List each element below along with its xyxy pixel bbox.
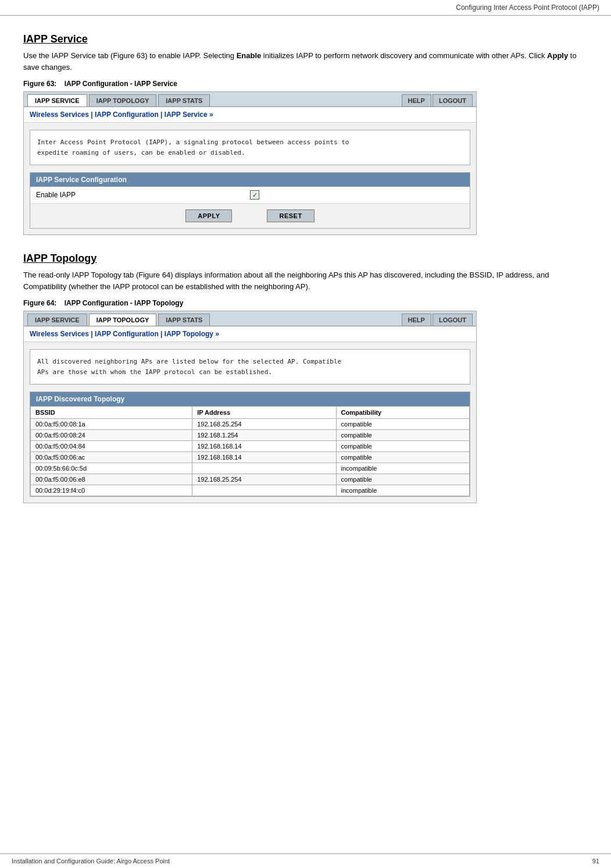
tab-iapp-service-2[interactable]: IAPP SERVICE	[27, 314, 87, 326]
cell-bssid: 00:0a:f5:00:08:1a	[31, 419, 192, 430]
logout-button-1[interactable]: LOGOUT	[433, 94, 473, 106]
col-compat: Compatibility	[336, 407, 469, 419]
cell-ip	[192, 485, 336, 496]
tab-iapp-stats-2[interactable]: IAPP STATS	[158, 314, 210, 326]
col-ip: IP Address	[192, 407, 336, 419]
iapp-topology-title: IAPP Topology	[23, 252, 588, 265]
tab-bar-right-2: HELP LOGOUT	[402, 314, 473, 326]
config-header-service: IAPP Service Configuration	[30, 173, 470, 187]
tab-bar-topology: IAPP SERVICE IAPP TOPOLOGY IAPP STATS HE…	[24, 311, 476, 326]
main-content: IAPP Service Use the IAPP Service tab (F…	[0, 16, 611, 544]
cell-compat: compatible	[336, 452, 469, 463]
info-box-topology: All discovered neighboring APs are liste…	[30, 349, 470, 385]
config-header-topology-label: IAPP Discovered Topology	[36, 395, 124, 403]
tab-iapp-service-1[interactable]: IAPP SERVICE	[27, 94, 87, 106]
cell-bssid: 00:0a:f5:00:06:ac	[31, 452, 192, 463]
service-button-row: APPLY RESET	[30, 204, 470, 228]
cell-bssid: 00:0a:f5:00:04:84	[31, 441, 192, 452]
tab-iapp-topology-1[interactable]: IAPP TOPOLOGY	[89, 94, 157, 106]
topology-table: BSSID IP Address Compatibility 00:0a:f5:…	[30, 406, 470, 496]
info-text-topology: All discovered neighboring APs are liste…	[37, 358, 341, 376]
page-header: Configuring Inter Access Point Protocol …	[0, 0, 611, 16]
cell-bssid: 00:0a:f5:00:06:e8	[31, 474, 192, 485]
info-text-service: Inter Access Point Protocol (IAPP), a si…	[37, 138, 349, 156]
iapp-topology-mockup: IAPP SERVICE IAPP TOPOLOGY IAPP STATS HE…	[23, 311, 477, 503]
table-row: 00:0d:29:19:f4:c0 incompatible	[31, 485, 470, 496]
cell-ip: 192.168.168.14	[192, 452, 336, 463]
figure-64-label: Figure 64: IAPP Configuration - IAPP Top…	[23, 299, 588, 307]
cell-bssid: 00:0a:f5:00:08:24	[31, 430, 192, 441]
apply-button[interactable]: APPLY	[185, 209, 232, 222]
page-footer: Installation and Configuration Guide: Ai…	[0, 853, 611, 868]
iapp-service-config: IAPP Service Configuration Enable IAPP ✓…	[30, 172, 470, 229]
enable-iapp-label: Enable IAPP	[36, 191, 250, 199]
cell-ip: 192.168.168.14	[192, 441, 336, 452]
footer-right: 91	[592, 858, 599, 865]
cell-compat: compatible	[336, 474, 469, 485]
tab-bar-service: IAPP SERVICE IAPP TOPOLOGY IAPP STATS HE…	[24, 92, 476, 107]
iapp-topology-config: IAPP Discovered Topology BSSID IP Addres…	[30, 392, 470, 497]
cell-ip	[192, 463, 336, 474]
iapp-service-mockup: IAPP SERVICE IAPP TOPOLOGY IAPP STATS HE…	[23, 91, 477, 235]
cell-compat: incompatible	[336, 463, 469, 474]
tab-iapp-topology-2[interactable]: IAPP TOPOLOGY	[89, 314, 157, 326]
cell-compat: compatible	[336, 441, 469, 452]
enable-iapp-row: Enable IAPP ✓	[30, 187, 470, 204]
table-header-row: BSSID IP Address Compatibility	[31, 407, 470, 419]
iapp-topology-section: IAPP Topology The read-only IAPP Topolog…	[23, 252, 588, 503]
cell-bssid: 00:09:5b:66:0c:5d	[31, 463, 192, 474]
config-header-topology: IAPP Discovered Topology	[30, 392, 470, 406]
cell-ip: 192.168.25.254	[192, 419, 336, 430]
table-row: 00:0a:f5:00:08:24 192.168.1.254 compatib…	[31, 430, 470, 441]
cell-ip: 192.168.1.254	[192, 430, 336, 441]
table-row: 00:09:5b:66:0c:5d incompatible	[31, 463, 470, 474]
table-row: 00:0a:f5:00:08:1a 192.168.25.254 compati…	[31, 419, 470, 430]
tab-iapp-stats-1[interactable]: IAPP STATS	[158, 94, 210, 106]
config-header-label: IAPP Service Configuration	[36, 176, 127, 184]
tab-bar-right-1: HELP LOGOUT	[402, 94, 473, 106]
cell-compat: compatible	[336, 419, 469, 430]
breadcrumb-text-1: Wireless Services | IAPP Configuration |…	[30, 111, 213, 119]
iapp-service-title: IAPP Service	[23, 33, 588, 45]
iapp-service-intro: Use the IAPP Service tab (Figure 63) to …	[23, 50, 588, 73]
breadcrumb-text-2: Wireless Services | IAPP Configuration |…	[30, 330, 219, 338]
cell-compat: compatible	[336, 430, 469, 441]
table-row: 00:0a:f5:00:06:ac 192.168.168.14 compati…	[31, 452, 470, 463]
table-row: 00:0a:f5:00:06:e8 192.168.25.254 compati…	[31, 474, 470, 485]
iapp-topology-intro: The read-only IAPP Topology tab (Figure …	[23, 269, 588, 292]
cell-compat: incompatible	[336, 485, 469, 496]
reset-button[interactable]: RESET	[267, 209, 314, 222]
cell-ip: 192.168.25.254	[192, 474, 336, 485]
help-button-1[interactable]: HELP	[402, 94, 431, 106]
breadcrumb-service: Wireless Services | IAPP Configuration |…	[24, 107, 476, 123]
figure-63-label: Figure 63: IAPP Configuration - IAPP Ser…	[23, 80, 588, 88]
col-bssid: BSSID	[31, 407, 192, 419]
table-row: 00:0a:f5:00:04:84 192.168.168.14 compati…	[31, 441, 470, 452]
footer-left: Installation and Configuration Guide: Ai…	[12, 858, 170, 865]
breadcrumb-topology: Wireless Services | IAPP Configuration |…	[24, 326, 476, 342]
enable-iapp-value[interactable]: ✓	[250, 190, 464, 200]
enable-iapp-checkbox[interactable]: ✓	[250, 190, 259, 200]
info-box-service: Inter Access Point Protocol (IAPP), a si…	[30, 130, 470, 165]
logout-button-2[interactable]: LOGOUT	[433, 314, 473, 326]
cell-bssid: 00:0d:29:19:f4:c0	[31, 485, 192, 496]
header-title: Configuring Inter Access Point Protocol …	[456, 3, 599, 12]
help-button-2[interactable]: HELP	[402, 314, 431, 326]
